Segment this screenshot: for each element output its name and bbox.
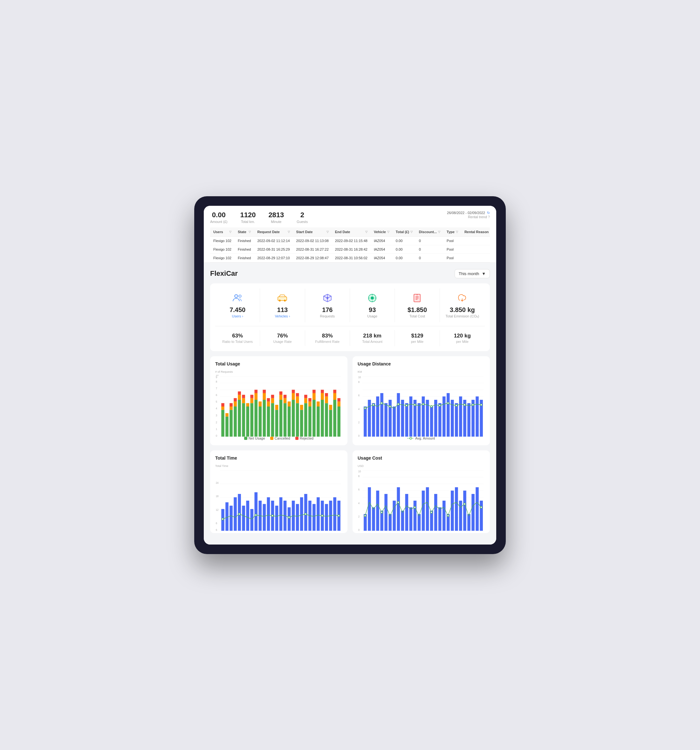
- svg-rect-97: [321, 390, 324, 393]
- svg-rect-94: [316, 401, 320, 406]
- stat-minute: 2813 Minute: [268, 211, 284, 224]
- cell-end-date: 2022-08-31 16:28:42: [332, 245, 371, 254]
- svg-rect-48: [246, 403, 249, 406]
- svg-rect-144: [418, 403, 421, 436]
- svg-rect-92: [313, 390, 316, 393]
- svg-rect-49: [250, 403, 253, 436]
- stat-minute-label: Minute: [268, 220, 284, 224]
- svg-point-173: [472, 404, 474, 406]
- stat-km: 1120 Total km.: [240, 211, 256, 224]
- cell-state: Finished: [235, 245, 254, 254]
- svg-rect-70: [279, 391, 282, 395]
- kpi-sub-per-mile-cost: $129 per Mile: [395, 330, 440, 346]
- table-row: Flexigo 102 Finished 2022-08-29 12:07:10…: [210, 254, 490, 262]
- filter-icon-end[interactable]: ▽: [365, 230, 367, 234]
- svg-rect-150: [442, 396, 446, 436]
- cell-reason: [461, 254, 490, 262]
- svg-rect-46: [242, 395, 245, 398]
- svg-rect-274: [451, 490, 454, 530]
- cell-start-date: 2022-09-02 11:13:08: [293, 236, 332, 245]
- filter-icon-start[interactable]: ▽: [327, 230, 329, 234]
- svg-rect-78: [292, 390, 295, 393]
- cell-request-date: 2022-09-02 11:12:14: [254, 236, 293, 245]
- svg-rect-214: [304, 493, 307, 530]
- kpi-requests-value: 176: [310, 306, 345, 314]
- total-time-title: Total Time: [215, 455, 342, 461]
- svg-point-162: [381, 402, 382, 404]
- filter-icon-state[interactable]: ▽: [249, 230, 251, 234]
- svg-rect-269: [430, 510, 433, 530]
- filter-icon-type[interactable]: ▽: [456, 230, 458, 234]
- filter-icon-total[interactable]: ▽: [410, 230, 413, 234]
- cell-state: Finished: [235, 236, 254, 245]
- svg-text:8: 8: [216, 380, 218, 383]
- svg-rect-279: [471, 493, 474, 530]
- dashboard-title: FlexiCar: [210, 269, 238, 278]
- stats-row: 0.00 Amount (£) 1120 Total km. 2813 Minu…: [210, 211, 308, 227]
- filter-icon-vehicle[interactable]: ▽: [387, 230, 390, 234]
- kpi-cost: $1.850 Total Cost: [395, 289, 440, 322]
- svg-text:0: 0: [358, 434, 360, 437]
- svg-text:7: 7: [216, 386, 218, 390]
- emission-icon: [456, 292, 468, 304]
- svg-point-286: [431, 511, 432, 513]
- month-selector[interactable]: This month ▼: [454, 269, 490, 278]
- kpi-users-value: 7.450: [220, 306, 255, 314]
- kpi-usage-label: Usage: [355, 314, 390, 318]
- svg-text:6: 6: [216, 528, 218, 532]
- svg-text:2: 2: [358, 420, 360, 424]
- cell-user[interactable]: Flexigo 102: [210, 236, 235, 245]
- month-selector-label: This month: [459, 271, 479, 276]
- total-time-area: Total Time 6 6 12: [215, 464, 342, 528]
- kpi-vehicles-value: 113: [265, 306, 299, 314]
- stat-km-label: Total km.: [240, 220, 256, 224]
- svg-point-174: [480, 404, 482, 406]
- svg-rect-77: [292, 393, 295, 400]
- kpi-grid: 7.450 Users › 113: [215, 289, 485, 322]
- svg-rect-275: [455, 487, 458, 530]
- filter-icon-users[interactable]: ▽: [229, 230, 232, 234]
- svg-rect-268: [426, 487, 429, 530]
- svg-rect-88: [309, 401, 312, 406]
- svg-rect-47: [246, 406, 249, 437]
- svg-text:6: 6: [216, 393, 218, 397]
- cell-vehicle: IAZ054: [371, 245, 393, 254]
- filter-icon-request[interactable]: ▽: [288, 230, 290, 234]
- svg-rect-73: [284, 395, 287, 398]
- svg-rect-42: [238, 395, 241, 400]
- svg-text:4: 4: [358, 501, 360, 504]
- svg-point-223: [222, 518, 224, 520]
- svg-rect-102: [329, 404, 332, 410]
- table-row: Flexigo 102 Finished 2022-08-31 16:25:29…: [210, 245, 490, 254]
- svg-point-5: [327, 297, 329, 299]
- svg-rect-271: [438, 507, 442, 531]
- svg-rect-142: [410, 396, 413, 436]
- chevron-down-icon: ▼: [482, 271, 486, 276]
- svg-rect-71: [284, 403, 287, 436]
- svg-point-224: [238, 513, 240, 515]
- svg-point-7: [371, 297, 374, 300]
- kpi-sub-usage-rate: 76% Usage Rate: [260, 330, 305, 346]
- stat-guests-label: Guests: [296, 220, 308, 224]
- kpi-vehicles-label: Vehicles ›: [265, 314, 299, 318]
- svg-rect-134: [376, 396, 379, 436]
- filter-icon-discount[interactable]: ▽: [438, 230, 440, 234]
- svg-rect-200: [246, 501, 249, 531]
- svg-rect-104: [333, 393, 336, 400]
- svg-rect-153: [455, 403, 458, 436]
- svg-text:1: 1: [216, 427, 218, 430]
- svg-rect-87: [309, 406, 312, 437]
- users-icon: [232, 292, 243, 304]
- dashboard: FlexiCar This month ▼: [204, 263, 496, 544]
- refresh-icon[interactable]: ↻: [487, 211, 490, 215]
- svg-rect-99: [325, 396, 328, 403]
- svg-rect-151: [447, 393, 450, 436]
- kpi-sub-total-amount: 218 km Total Amount: [350, 330, 395, 346]
- cell-state: Finished: [235, 254, 254, 262]
- svg-rect-81: [296, 393, 299, 396]
- cost-icon: [411, 292, 423, 304]
- svg-rect-254: [368, 487, 371, 530]
- svg-point-228: [305, 513, 307, 515]
- cell-user[interactable]: Flexigo 102: [210, 254, 235, 262]
- cell-user[interactable]: Flexigo 102: [210, 245, 235, 254]
